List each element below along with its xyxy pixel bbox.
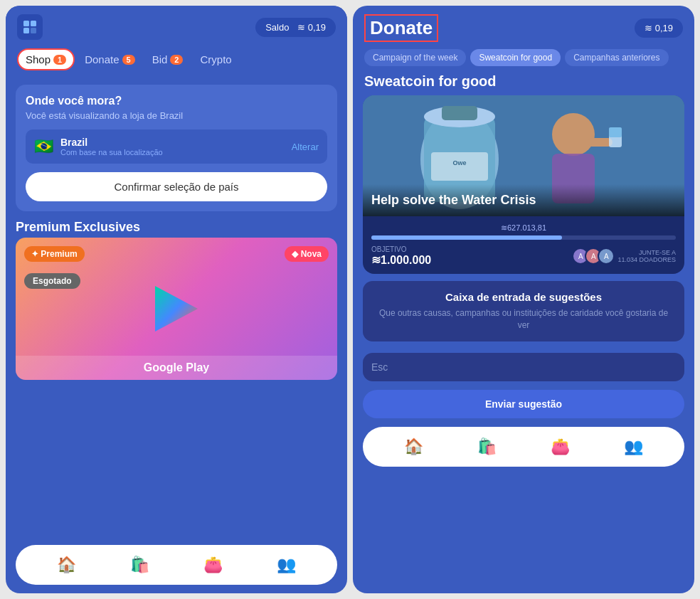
right-nav-wallet[interactable]: 👛: [548, 434, 573, 460]
tab-donate-badge: 5: [122, 55, 135, 65]
tab-bid[interactable]: Bid 2: [145, 50, 191, 69]
svg-point-12: [552, 113, 595, 156]
subtab-sweatcoin-good[interactable]: Sweatcoin for good: [470, 49, 561, 66]
progress-label: ≋627.013,81: [371, 223, 676, 233]
donate-title: Donate: [364, 14, 438, 42]
nav-home[interactable]: 🏠: [54, 552, 80, 578]
nav-profile[interactable]: 👥: [274, 552, 299, 578]
right-nav-home[interactable]: 🏠: [401, 434, 427, 460]
right-balance-value: ≋ 0,19: [645, 23, 673, 33]
svg-rect-0: [23, 21, 29, 26]
location-card-subtitle: Você está visualizando a loja de Brazil: [26, 110, 327, 121]
suggestion-input-display[interactable]: Esc: [363, 353, 684, 381]
left-screen: Saldo ≋ 0,19 Shop 1 Donate 5 Bid 2 Crypt…: [6, 6, 347, 593]
campaign-image-overlay: Help solve the Water Crisis: [363, 184, 684, 216]
app-logo: [17, 14, 43, 40]
subtab-campaign-week[interactable]: Campaign of the week: [364, 49, 466, 66]
donor-avatars: A A A: [572, 248, 615, 265]
nova-badge: ◆ Nova: [285, 246, 329, 262]
right-balance-display: ≋ 0,19: [635, 18, 683, 38]
left-content: Onde você mora? Você está visualizando a…: [6, 78, 347, 545]
donate-header: Donate ≋ 0,19: [353, 6, 694, 45]
donor-avatar-3: A: [598, 248, 615, 265]
premium-section: Premium Exclusives ✦ Premium ◆ Nova Esgo…: [16, 220, 337, 380]
country-name: Brazil: [60, 137, 285, 148]
tab-shop[interactable]: Shop 1: [17, 48, 75, 70]
suggestion-title: Caixa de entrada de sugestões: [373, 291, 674, 303]
svg-rect-10: [431, 152, 488, 181]
campaign-body: ≋627.013,81 OBJETIVO ≋1.000.000 A A A JU…: [363, 216, 684, 274]
progress-bar-fill: [371, 235, 562, 240]
tab-donate-label: Donate: [85, 53, 119, 65]
confirm-country-button[interactable]: Confirmar seleção de país: [26, 172, 327, 201]
nav-wallet[interactable]: 👛: [201, 552, 226, 578]
svg-rect-2: [23, 28, 29, 33]
svg-rect-9: [442, 106, 477, 120]
nav-shop[interactable]: 🛍️: [127, 552, 153, 578]
right-bottom-nav: 🏠 🛍️ 👛 👥: [363, 427, 684, 467]
right-nav-profile[interactable]: 👥: [621, 434, 647, 460]
suggestion-desc: Que outras causas, campanhas ou institui…: [373, 307, 674, 332]
objetivo-block: OBJETIVO ≋1.000.000: [371, 245, 431, 267]
left-bottom-nav: 🏠 🛍️ 👛 👥: [16, 545, 337, 585]
campaign-image: Owe Help solve the Water Crisis: [363, 95, 684, 216]
tab-crypto-label: Crypto: [200, 53, 231, 65]
balance-value: ≋ 0,19: [297, 22, 326, 33]
balance-display: Saldo ≋ 0,19: [255, 18, 336, 37]
svg-rect-14: [588, 138, 612, 147]
product-name-label: Google Play: [144, 361, 209, 373]
location-card: Onde você mora? Você está visualizando a…: [16, 85, 337, 211]
donors-text: JUNTE-SE A 11.034 DOADORES: [617, 249, 676, 263]
tab-bid-badge: 2: [170, 55, 183, 65]
esgotado-badge: Esgotado: [24, 273, 80, 289]
junte-label: JUNTE-SE A: [617, 249, 676, 256]
location-row: 🇧🇷 Brazil Com base na sua localização Al…: [26, 129, 327, 164]
premium-section-title: Premium Exclusives: [16, 220, 337, 235]
campaign-card: Owe Help solve the Water Crisis ≋627.013…: [363, 95, 684, 274]
campaign-stats: OBJETIVO ≋1.000.000 A A A JUNTE-SE A 11.…: [371, 245, 676, 267]
right-nav-shop[interactable]: 🛍️: [474, 434, 500, 460]
tab-donate[interactable]: Donate 5: [78, 50, 142, 69]
premium-badge: ✦ Premium: [24, 246, 85, 262]
tab-shop-badge: 1: [53, 55, 66, 65]
alterar-button[interactable]: Alterar: [292, 142, 319, 152]
location-sub: Com base na sua localização: [60, 148, 285, 157]
svg-rect-16: [609, 127, 622, 137]
suggestion-box: Caixa de entrada de sugestões Que outras…: [363, 281, 684, 341]
right-screen: Donate ≋ 0,19 Campaign of the week Sweat…: [353, 6, 694, 593]
objetivo-label: OBJETIVO: [371, 245, 431, 253]
campaign-image-title: Help solve the Water Crisis: [371, 193, 676, 208]
donate-subtabs: Campaign of the week Sweatcoin for good …: [353, 45, 694, 73]
svg-rect-3: [31, 28, 36, 33]
donors-row: A A A JUNTE-SE A 11.034 DOADORES: [572, 248, 676, 265]
svg-text:Owe: Owe: [452, 159, 466, 166]
tab-bid-label: Bid: [152, 53, 168, 65]
location-card-title: Onde você mora?: [26, 95, 327, 107]
balance-label: Saldo: [265, 22, 289, 33]
google-play-icon: [148, 280, 205, 337]
left-tabs: Shop 1 Donate 5 Bid 2 Crypto: [6, 46, 347, 78]
location-info: Brazil Com base na sua localização: [60, 137, 285, 157]
campaign-section-title: Sweatcoin for good: [353, 73, 694, 95]
junte-value: 11.034 DOADORES: [617, 256, 676, 263]
suggestion-placeholder: Esc: [371, 361, 388, 373]
progress-bar-bg: [371, 235, 676, 240]
enviar-button[interactable]: Enviar sugestão: [363, 390, 684, 418]
svg-rect-1: [31, 21, 36, 26]
tab-crypto[interactable]: Crypto: [193, 50, 238, 69]
tab-shop-label: Shop: [26, 53, 51, 65]
premium-card[interactable]: ✦ Premium ◆ Nova Esgotado: [16, 238, 337, 380]
country-flag: 🇧🇷: [34, 137, 53, 156]
objetivo-value: ≋1.000.000: [371, 253, 431, 267]
left-header: Saldo ≋ 0,19: [6, 6, 347, 46]
svg-marker-4: [155, 286, 198, 332]
subtab-campanhas[interactable]: Campanhas anteriores: [565, 49, 668, 66]
